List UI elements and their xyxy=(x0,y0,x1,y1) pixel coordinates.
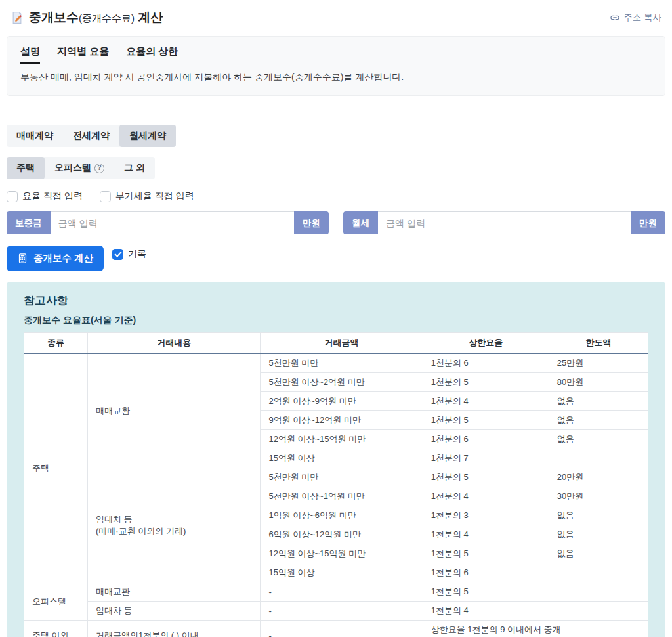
page: 중개보수(중개수수료) 계산 주소 복사 설명 지역별 요율 요율의 상한 부동… xyxy=(0,0,672,637)
table-cell: 5천만원 미만 xyxy=(261,468,423,487)
info-tabs: 설명 지역별 요율 요율의 상한 xyxy=(20,45,652,64)
table-cell: 1천분의 5 xyxy=(423,468,549,487)
reference-title: 참고사항 xyxy=(24,293,648,308)
table-cell: 매매교환 xyxy=(88,582,261,602)
link-icon xyxy=(610,12,620,23)
table-cell: 주택 xyxy=(24,353,88,582)
table-cell: - xyxy=(261,621,423,637)
calculate-fee-button[interactable]: 중개보수 계산 xyxy=(7,246,104,271)
table-cell: 15억원 이상 xyxy=(261,563,423,582)
copy-address-link[interactable]: 주소 복사 xyxy=(610,12,662,24)
table-row: 임대차 등-1천분의 4 xyxy=(24,602,648,621)
table-cell: 없음 xyxy=(549,525,648,544)
tab-rate-limits[interactable]: 요율의 상한 xyxy=(126,45,178,64)
table-cell: 1천분의 7 xyxy=(423,449,648,468)
page-title: 중개보수(중개수수료) 계산 xyxy=(29,9,163,26)
table-cell: 상한요율 1천분의 9 이내에서 중개 업자가 정한 상한요율 이하에서 협의 xyxy=(423,621,648,637)
deposit-input-group: 보증금 만원 xyxy=(7,211,329,234)
table-cell: 오피스텔 xyxy=(24,582,88,621)
table-cell: 1억원 이상~6억원 미만 xyxy=(261,506,423,525)
page-header: 중개보수(중개수수료) 계산 주소 복사 xyxy=(7,8,665,26)
table-cell: 주택 이외 xyxy=(24,621,88,637)
table-row: 임대차 등 (매매·교환 이외의 거래)5천만원 미만1천분의 520만원 xyxy=(24,468,648,487)
table-header-cell: 종류 xyxy=(24,333,88,354)
table-cell: 1천분의 4 xyxy=(423,525,549,544)
table-cell: 1천분의 3 xyxy=(423,506,549,525)
description-panel: 설명 지역별 요율 요율의 상한 부동산 매매, 임대차 계약 시 공인중개사에… xyxy=(7,36,665,96)
table-cell: 12억원 이상~15억원 미만 xyxy=(261,430,423,449)
checkbox-unchecked-icon[interactable] xyxy=(7,191,18,202)
page-title-tail: 계산 xyxy=(138,11,163,24)
copy-address-label: 주소 복사 xyxy=(623,12,662,24)
record-checkbox[interactable]: 기록 xyxy=(112,248,146,260)
table-cell: 30만원 xyxy=(549,487,648,506)
table-cell: 1천분의 6 xyxy=(423,563,648,582)
table-cell: 1천분의 6 xyxy=(423,430,549,449)
table-row: 오피스텔매매교환-1천분의 5 xyxy=(24,582,648,602)
tab-jeonse-contract[interactable]: 전세계약 xyxy=(63,125,119,147)
help-icon[interactable]: ? xyxy=(94,164,104,173)
rate-direct-input-label: 요율 직접 입력 xyxy=(22,190,83,202)
table-cell: 거래금액의1천분의 ( ) 이내 xyxy=(88,621,261,637)
table-cell: 1천분의 4 xyxy=(423,392,549,411)
table-cell: - xyxy=(261,582,423,602)
table-cell: 5천만원 이상~2억원 미만 xyxy=(261,373,423,392)
table-header-cell: 거래금액 xyxy=(261,333,423,354)
table-cell: - xyxy=(261,602,423,621)
fee-table-title: 중개보수 요율표(서울 기준) xyxy=(24,315,648,326)
monthly-rent-input[interactable] xyxy=(378,211,631,234)
table-cell: 25만원 xyxy=(549,353,648,373)
table-cell: 9억원 이상~12억원 미만 xyxy=(261,411,423,430)
table-cell: 1천분의 5 xyxy=(423,411,549,430)
table-cell: 임대차 등 xyxy=(88,602,261,621)
deposit-label-chip: 보증금 xyxy=(7,211,51,234)
vat-direct-input-checkbox[interactable]: 부가세율 직접 입력 xyxy=(100,190,194,202)
tab-description[interactable]: 설명 xyxy=(20,45,40,64)
table-cell: 5천만원 이상~1억원 미만 xyxy=(261,487,423,506)
table-cell: 임대차 등 (매매·교환 이외의 거래) xyxy=(88,468,261,582)
table-cell: 6억원 이상~12억원 미만 xyxy=(261,525,423,544)
table-cell: 없음 xyxy=(549,392,648,411)
table-cell: 2억원 이상~9억원 미만 xyxy=(261,392,423,411)
table-cell: 20만원 xyxy=(549,468,648,487)
table-cell: 1천분의 5 xyxy=(423,373,549,392)
tab-regional-rates[interactable]: 지역별 요율 xyxy=(57,45,109,64)
fee-table-body: 주택매매교환5천만원 미만1천분의 625만원5천만원 이상~2억원 미만1천분… xyxy=(24,353,648,637)
table-cell: 1천분의 5 xyxy=(423,544,549,563)
calculator-icon xyxy=(17,253,28,264)
memo-icon xyxy=(10,11,24,24)
page-title-group: 중개보수(중개수수료) 계산 xyxy=(10,9,163,26)
calc-button-row: 중개보수 계산 기록 xyxy=(7,246,665,271)
table-cell: 5천만원 미만 xyxy=(261,353,423,373)
property-type-tabs: 주택 오피스텔 ? 그 외 xyxy=(7,157,155,179)
table-header-cell: 한도액 xyxy=(549,333,648,354)
tab-sale-contract[interactable]: 매매계약 xyxy=(7,125,63,147)
option-checkbox-row: 요율 직접 입력 부가세율 직접 입력 xyxy=(7,190,665,202)
deposit-unit-chip: 만원 xyxy=(294,211,329,234)
deposit-input[interactable] xyxy=(51,211,295,234)
tab-housing[interactable]: 주택 xyxy=(7,157,45,179)
table-cell: 1천분의 5 xyxy=(423,582,648,602)
checkbox-unchecked-icon[interactable] xyxy=(100,191,111,202)
rate-direct-input-checkbox[interactable]: 요율 직접 입력 xyxy=(7,190,83,202)
table-header-cell: 거래내용 xyxy=(88,333,261,354)
table-cell: 없음 xyxy=(549,411,648,430)
table-row: 주택매매교환5천만원 미만1천분의 625만원 xyxy=(24,353,648,373)
tab-officetel-label: 오피스텔 xyxy=(54,162,91,174)
description-text: 부동산 매매, 임대차 계약 시 공인중개사에 지불해야 하는 중개보수(중개수… xyxy=(20,72,652,83)
tab-officetel[interactable]: 오피스텔 ? xyxy=(45,157,114,179)
tab-other[interactable]: 그 외 xyxy=(114,157,155,179)
amount-inputs-row: 보증금 만원 월세 만원 xyxy=(7,211,665,234)
monthly-rent-unit-chip: 만원 xyxy=(631,211,665,234)
table-cell: 15억원 이상 xyxy=(261,449,423,468)
checkbox-checked-icon[interactable] xyxy=(112,249,123,260)
fee-table-head-row: 종류거래내용거래금액상한요율한도액 xyxy=(24,333,648,354)
monthly-rent-label-chip: 월세 xyxy=(343,211,378,234)
reference-panel: 참고사항 중개보수 요율표(서울 기준) 종류거래내용거래금액상한요율한도액 주… xyxy=(7,282,665,637)
table-cell: 없음 xyxy=(549,430,648,449)
table-cell: 80만원 xyxy=(549,373,648,392)
table-cell: 1천분의 4 xyxy=(423,602,648,621)
table-row: 주택 이외거래금액의1천분의 ( ) 이내-상한요율 1천분의 9 이내에서 중… xyxy=(24,621,648,637)
tab-monthly-rent-contract[interactable]: 월세계약 xyxy=(119,125,176,147)
table-cell: 1천분의 4 xyxy=(423,487,549,506)
